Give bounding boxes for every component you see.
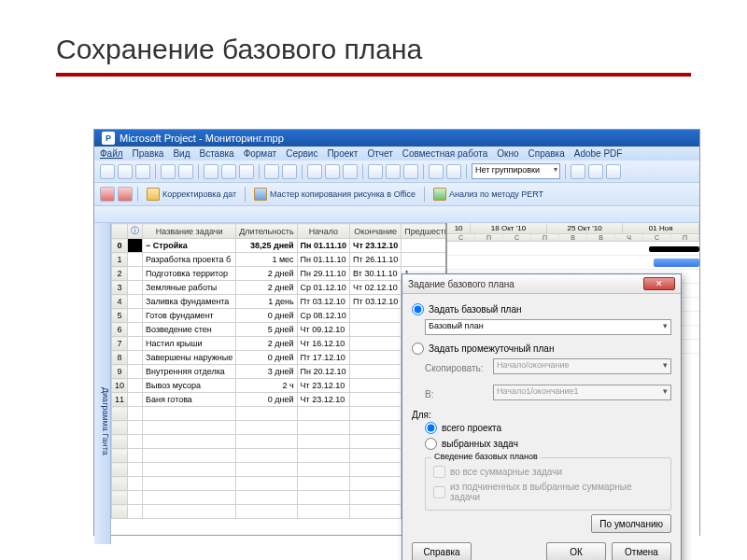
cut-icon[interactable] xyxy=(204,164,218,179)
menu-file[interactable]: Файл xyxy=(100,148,123,159)
col-name[interactable]: Название задачи xyxy=(143,224,236,239)
title-underline xyxy=(56,73,691,77)
cancel-button[interactable]: Отмена xyxy=(612,542,671,560)
help-icon[interactable] xyxy=(606,164,621,179)
toolbar-main: Нет группировки xyxy=(94,161,699,183)
table-row[interactable]: 4 Заливка фундамента1 деньПт 03.12.10Пт … xyxy=(112,295,448,309)
goto-icon[interactable] xyxy=(429,164,444,179)
col-pred[interactable]: Предшественники xyxy=(402,224,447,239)
menu-project[interactable]: Проект xyxy=(327,148,358,159)
pdf2-icon[interactable] xyxy=(118,187,133,202)
col-duration[interactable]: Длительность xyxy=(236,224,297,239)
table-row[interactable] xyxy=(112,491,448,505)
zoom-icon[interactable] xyxy=(446,164,461,179)
table-row[interactable]: 2 Подготовка территор2 днейПн 29.11.10Вт… xyxy=(112,267,448,281)
dialog-titlebar: Задание базового плана ✕ xyxy=(402,274,681,294)
table-row[interactable]: 3 Земляные работы2 днейСр 01.12.10Чт 02.… xyxy=(112,281,448,295)
menubar: Файл Правка Вид Вставка Формат Сервис Пр… xyxy=(94,147,699,161)
help-button[interactable]: Справка xyxy=(412,542,472,560)
radio-baseline-input[interactable] xyxy=(412,303,424,315)
col-info[interactable]: ⓘ xyxy=(128,224,143,239)
to-select: Начало1/окончание1 xyxy=(493,385,671,400)
col-start[interactable]: Начало xyxy=(297,224,349,239)
group-legend: Сведение базовых планов xyxy=(431,452,541,461)
table-row[interactable] xyxy=(112,407,448,421)
radio-interim[interactable]: Задать промежуточный план xyxy=(412,341,671,357)
table-row[interactable]: 0 − Стройка38,25 дней Пн 01.11.10Чт 23.1… xyxy=(112,239,448,253)
paste-icon[interactable] xyxy=(239,164,254,179)
radio-baseline[interactable]: Задать базовый план xyxy=(412,301,671,317)
menu-pdf[interactable]: Adobe PDF xyxy=(574,148,623,159)
table-row[interactable] xyxy=(112,449,448,463)
radio-selected-tasks[interactable]: выбранных задач xyxy=(425,436,671,452)
formula-bar xyxy=(94,206,699,223)
radio-whole-project[interactable]: всего проекта xyxy=(425,420,671,436)
col-rownum[interactable] xyxy=(112,224,128,239)
wizard-icon[interactable] xyxy=(588,164,603,179)
assign-icon[interactable] xyxy=(403,164,418,179)
undo-icon[interactable] xyxy=(264,164,279,179)
menu-tools[interactable]: Сервис xyxy=(286,148,317,159)
menu-view[interactable]: Вид xyxy=(173,148,190,159)
app-title: Microsoft Project - Мониторинг.mpp xyxy=(120,133,284,144)
unlink-icon[interactable] xyxy=(325,164,340,179)
view-tab[interactable]: Диаграмма Ганта xyxy=(94,223,111,544)
titlebar: P Microsoft Project - Мониторинг.mpp xyxy=(94,130,699,147)
menu-collab[interactable]: Совместная работа xyxy=(402,148,488,159)
menu-edit[interactable]: Правка xyxy=(133,148,164,159)
ok-button[interactable]: ОК xyxy=(546,542,606,560)
info-icon[interactable] xyxy=(368,164,383,179)
menu-insert[interactable]: Вставка xyxy=(199,148,233,159)
task-table: ⓘ Название задачи Длительность Начало Ок… xyxy=(111,223,447,519)
link-icon[interactable] xyxy=(307,164,322,179)
table-row[interactable] xyxy=(112,505,448,519)
adjust-dates-button[interactable]: Корректировка дат xyxy=(143,186,240,203)
table-row[interactable]: 1 Разработка проекта б1 месПн 01.11.10Пт… xyxy=(112,253,448,267)
menu-window[interactable]: Окно xyxy=(497,148,518,159)
copy-select: Начало/окончание xyxy=(493,358,671,374)
save-icon[interactable] xyxy=(135,164,150,179)
close-icon[interactable]: ✕ xyxy=(643,277,675,290)
toolbar-second: Корректировка дат Мастер копирования рис… xyxy=(94,183,699,206)
rollup-group: Сведение базовых планов во все суммарные… xyxy=(425,457,671,511)
table-row[interactable] xyxy=(112,463,448,477)
for-label: Для: xyxy=(412,410,671,420)
pert-button[interactable]: Анализ по методу PERT xyxy=(430,186,547,203)
table-row[interactable]: 5 Готов фундамент0 днейСр 08.12.10 xyxy=(112,309,448,323)
check-from-sub: из подчиненных в выбранные суммарные зад… xyxy=(433,480,663,504)
split-icon[interactable] xyxy=(343,164,358,179)
table-row[interactable] xyxy=(112,421,448,435)
table-row[interactable]: 10 Вывоз мусора2 чЧт 23.12.10 xyxy=(112,379,448,393)
pdf1-icon[interactable] xyxy=(100,187,115,202)
slide-title: Сохранение базового плана xyxy=(0,0,747,73)
filter-icon[interactable] xyxy=(571,164,585,179)
table-row[interactable] xyxy=(112,477,448,491)
radio-interim-input[interactable] xyxy=(412,343,424,355)
group-combo[interactable]: Нет группировки xyxy=(472,163,560,179)
timeline-weeks: 10 18 Окт '10 25 Окт '10 01 Ноя xyxy=(447,223,699,234)
table-row[interactable]: 8 Завершены наружные0 днейПт 17.12.10 xyxy=(112,351,448,365)
copy-label: Скопировать: xyxy=(425,363,488,373)
table-row[interactable]: 9 Внутренняя отделка3 днейПн 20.12.10 xyxy=(112,365,448,379)
copy-icon[interactable] xyxy=(221,164,236,179)
timeline-days: СПСПВВЧСП xyxy=(447,234,699,242)
table-row[interactable]: 7 Настил крыши2 днейЧт 16.12.10 xyxy=(112,337,448,351)
baseline-select[interactable]: Базовый план xyxy=(425,319,671,335)
redo-icon[interactable] xyxy=(282,164,297,179)
preview-icon[interactable] xyxy=(178,164,193,179)
col-end[interactable]: Окончание xyxy=(350,224,402,239)
note-icon[interactable] xyxy=(386,164,401,179)
menu-help[interactable]: Справка xyxy=(529,148,565,159)
table-row[interactable]: 11 Баня готова0 днейЧт 23.12.10 xyxy=(112,393,448,407)
copy-picture-button[interactable]: Мастер копирования рисунка в Office xyxy=(250,186,419,203)
menu-report[interactable]: Отчет xyxy=(367,148,392,159)
menu-format[interactable]: Формат xyxy=(244,148,277,159)
default-button[interactable]: По умолчанию xyxy=(591,514,671,533)
print-icon[interactable] xyxy=(161,164,176,179)
table-row[interactable] xyxy=(112,435,448,449)
new-icon[interactable] xyxy=(100,164,115,179)
table-row[interactable]: 6 Возведение стен5 днейЧт 09.12.10 xyxy=(112,323,448,337)
open-icon[interactable] xyxy=(118,164,133,179)
dialog-title-text: Задание базового плана xyxy=(408,279,514,289)
app-icon: P xyxy=(102,132,115,145)
